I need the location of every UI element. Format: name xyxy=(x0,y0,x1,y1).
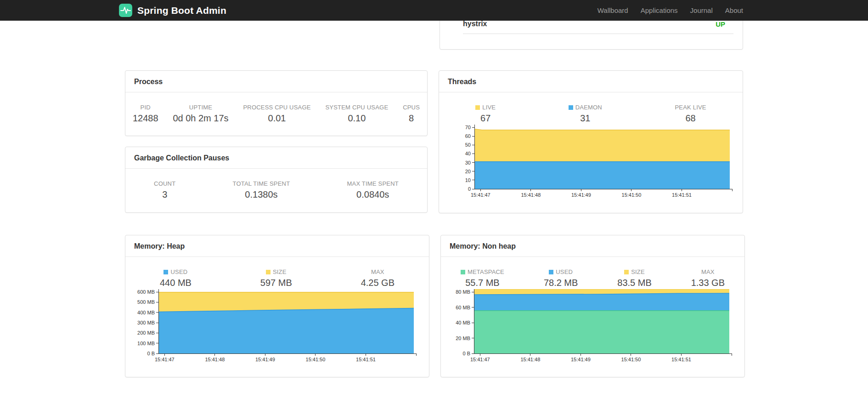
stat-live-threads: LIVE 67 xyxy=(475,103,496,124)
svg-text:15:41:50: 15:41:50 xyxy=(306,357,326,362)
status-badge-up: UP xyxy=(716,20,725,28)
stat-pid: PID 12488 xyxy=(133,103,158,124)
navbar: Spring Boot Admin Wallboard Applications… xyxy=(0,0,868,21)
svg-text:15:41:51: 15:41:51 xyxy=(672,192,692,198)
svg-text:200 MB: 200 MB xyxy=(137,330,155,336)
svg-text:300 MB: 300 MB xyxy=(137,320,155,325)
svg-text:40 MB: 40 MB xyxy=(456,320,470,325)
nonheap-memory-chart: 0 B20 MB40 MB60 MB80 MB15:41:4715:41:481… xyxy=(441,289,744,368)
threads-chart: 01020304050607015:41:4715:41:4815:41:491… xyxy=(439,125,743,204)
stat-heap-size: SIZE 597 MB xyxy=(260,268,292,288)
nav-links: Wallboard Applications Journal About xyxy=(597,6,743,14)
svg-text:0: 0 xyxy=(468,186,471,192)
svg-text:15:41:47: 15:41:47 xyxy=(470,357,490,362)
daemon-legend-swatch xyxy=(569,105,573,110)
memory-nonheap-title: Memory: Non heap xyxy=(441,235,744,257)
stat-cpus: CPUS 8 xyxy=(403,103,420,124)
size-legend-swatch xyxy=(266,270,271,274)
svg-text:15:41:49: 15:41:49 xyxy=(255,357,275,362)
stat-system-cpu-usage: SYSTEM CPU USAGE 0.10 xyxy=(325,103,388,124)
svg-text:20: 20 xyxy=(465,169,471,174)
svg-text:15:41:47: 15:41:47 xyxy=(155,357,175,362)
nonheap-stats: METASPACE 55.7 MB USED 78.2 MB SIZE 83.5… xyxy=(441,257,744,288)
svg-text:30: 30 xyxy=(465,160,471,165)
health-row-hystrix: hystrix UP xyxy=(463,20,733,34)
navbar-inner: Spring Boot Admin Wallboard Applications… xyxy=(125,0,743,21)
brand-title: Spring Boot Admin xyxy=(137,5,226,16)
nav-item-applications[interactable]: Applications xyxy=(641,6,678,14)
stat-max-time-spent: MAX TIME SPENT 0.0840s xyxy=(347,180,399,200)
stat-total-time-spent: TOTAL TIME SPENT 0.1380s xyxy=(233,180,290,200)
svg-text:15:41:48: 15:41:48 xyxy=(205,357,225,362)
stat-peak-live-threads: PEAK LIVE 68 xyxy=(675,103,706,124)
process-panel-title: Process xyxy=(125,71,427,92)
gc-stats: COUNT 3 TOTAL TIME SPENT 0.1380s MAX TIM… xyxy=(125,169,427,200)
stat-metaspace: METASPACE 55.7 MB xyxy=(461,268,504,288)
svg-text:15:41:51: 15:41:51 xyxy=(356,357,376,362)
svg-text:15:41:48: 15:41:48 xyxy=(520,357,540,362)
stat-process-cpu-usage: PROCESS CPU USAGE 0.01 xyxy=(243,103,310,124)
spacer-column xyxy=(125,21,428,50)
stat-heap-used: USED 440 MB xyxy=(160,268,192,288)
memory-heap-panel: Memory: Heap USED 440 MB SIZE 597 MB MAX… xyxy=(125,235,429,377)
stat-count: COUNT 3 xyxy=(154,180,175,200)
svg-text:0 B: 0 B xyxy=(462,351,470,356)
svg-text:50: 50 xyxy=(465,142,471,148)
svg-text:15:41:48: 15:41:48 xyxy=(521,192,541,198)
svg-text:15:41:49: 15:41:49 xyxy=(571,357,591,362)
svg-text:60 MB: 60 MB xyxy=(456,305,470,310)
svg-text:20 MB: 20 MB xyxy=(456,336,470,341)
svg-text:0 B: 0 B xyxy=(147,351,155,356)
stat-nonheap-max: MAX 1.33 GB xyxy=(691,268,725,288)
svg-text:70: 70 xyxy=(465,125,471,130)
live-legend-swatch xyxy=(475,105,480,110)
stat-nonheap-size: SIZE 83.5 MB xyxy=(617,268,651,288)
svg-text:40: 40 xyxy=(465,151,471,156)
main-content: hystrix UP Process PID 12488 UPTIME 0d 0… xyxy=(125,21,743,377)
gc-panel-title: Garbage Collection Pauses xyxy=(125,147,427,169)
nav-item-wallboard[interactable]: Wallboard xyxy=(597,6,628,14)
svg-text:400 MB: 400 MB xyxy=(137,310,155,315)
brand-link[interactable]: Spring Boot Admin xyxy=(118,3,226,17)
stat-uptime: UPTIME 0d 0h 2m 17s xyxy=(173,103,228,124)
nav-item-about[interactable]: About xyxy=(725,6,743,14)
svg-text:15:41:49: 15:41:49 xyxy=(571,192,591,198)
stat-nonheap-used: USED 78.2 MB xyxy=(544,268,578,288)
nonheap-used-legend-swatch xyxy=(549,270,553,274)
nav-item-journal[interactable]: Journal xyxy=(690,6,713,14)
svg-text:600 MB: 600 MB xyxy=(137,289,155,295)
threads-panel-title: Threads xyxy=(439,71,743,92)
memory-heap-title: Memory: Heap xyxy=(125,235,429,257)
metaspace-legend-swatch xyxy=(461,270,465,274)
svg-text:10: 10 xyxy=(465,177,471,183)
svg-text:500 MB: 500 MB xyxy=(137,299,155,305)
svg-text:15:41:51: 15:41:51 xyxy=(671,357,691,362)
nonheap-size-legend-swatch xyxy=(624,270,629,274)
svg-text:80 MB: 80 MB xyxy=(456,289,470,295)
health-item-label: hystrix xyxy=(463,20,487,28)
used-legend-swatch xyxy=(163,270,168,274)
svg-text:15:41:50: 15:41:50 xyxy=(622,192,642,198)
svg-text:15:41:47: 15:41:47 xyxy=(471,192,490,198)
process-panel: Process PID 12488 UPTIME 0d 0h 2m 17s PR… xyxy=(125,70,428,136)
threads-panel: Threads LIVE 67 DAEMON 31 PEAK LIVE 68 xyxy=(439,70,743,213)
heap-memory-chart: 0 B100 MB200 MB300 MB400 MB500 MB600 MB1… xyxy=(125,289,429,368)
svg-text:100 MB: 100 MB xyxy=(137,341,155,346)
svg-text:15:41:50: 15:41:50 xyxy=(621,357,641,362)
process-stats: PID 12488 UPTIME 0d 0h 2m 17s PROCESS CP… xyxy=(125,92,427,124)
stat-heap-max: MAX 4.25 GB xyxy=(361,268,395,288)
heap-stats: USED 440 MB SIZE 597 MB MAX 4.25 GB xyxy=(125,257,429,288)
memory-nonheap-panel: Memory: Non heap METASPACE 55.7 MB USED … xyxy=(440,235,745,377)
threads-stats: LIVE 67 DAEMON 31 PEAK LIVE 68 xyxy=(439,92,743,124)
svg-text:60: 60 xyxy=(465,133,471,139)
gc-pauses-panel: Garbage Collection Pauses COUNT 3 TOTAL … xyxy=(125,147,428,213)
brand-logo-icon xyxy=(118,3,133,17)
stat-daemon-threads: DAEMON 31 xyxy=(569,103,602,124)
